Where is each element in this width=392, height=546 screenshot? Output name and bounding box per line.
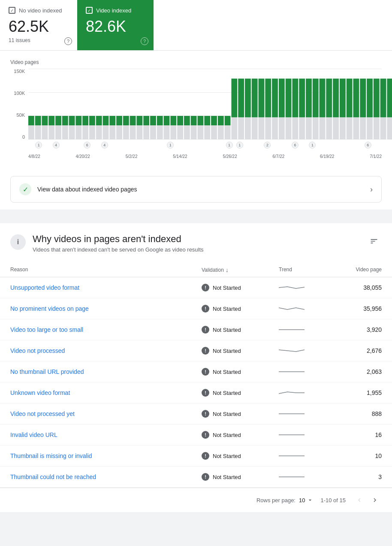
table-body: Unsupported video format ! Not Started 3… [0, 277, 392, 488]
table-row[interactable]: Video too large or too small ! Not Start… [0, 319, 392, 340]
not-indexed-help-icon[interactable]: ? [64, 37, 72, 45]
trend-sparkline [279, 283, 305, 292]
validation-status: Not Started [213, 348, 241, 354]
indexed-card: ✓ Video indexed 82.6K ? [77, 0, 154, 50]
table-row[interactable]: Unsupported video format ! Not Started 3… [0, 277, 392, 298]
trend-sparkline [279, 473, 305, 481]
pagination: Rows per page: 10 1-10 of 15 [0, 488, 392, 512]
bubble-indicator: 1 [236, 142, 243, 149]
x-label-6: 6/7/22 [273, 154, 285, 159]
trend-sparkline [279, 452, 305, 460]
next-page-icon [371, 496, 379, 504]
filter-icon-btn[interactable] [366, 234, 382, 249]
indexed-checkbox-icon: ✓ [86, 7, 93, 14]
validation-cell: ! Not Started [202, 347, 279, 355]
bubble-indicator: 4 [53, 142, 60, 149]
video-count: 10 [339, 452, 382, 459]
not-started-icon: ! [202, 431, 209, 439]
not-indexed-label: No video indexed [19, 7, 62, 14]
view-data-banner[interactable]: ✓ View data about indexed video pages › [10, 176, 382, 203]
trend-cell [279, 283, 339, 292]
trend-cell [279, 452, 339, 460]
trend-sparkline [279, 367, 305, 376]
prev-page-btn[interactable] [353, 493, 366, 507]
banner-arrow-icon: › [370, 185, 373, 194]
indexed-label: Video indexed [96, 7, 131, 14]
reason-text: Thumbnail is missing or invalid [10, 452, 202, 459]
bubble-indicator: 6 [292, 142, 299, 149]
trend-cell [279, 325, 339, 334]
col-video-page: Video page [339, 267, 382, 273]
not-indexed-card: ✓ No video indexed 62.5K 11 issues ? [0, 0, 77, 50]
page-info: 1-10 of 15 [320, 497, 346, 504]
table-row[interactable]: Video not processed yet ! Not Started 88… [0, 403, 392, 425]
table-row[interactable]: No prominent videos on page ! Not Starte… [0, 298, 392, 319]
x-label-8: 7/1/22 [370, 154, 382, 159]
bubble-indicator: 4 [101, 142, 108, 149]
next-page-btn[interactable] [368, 493, 382, 507]
x-axis-labels: 4/8/22 4/20/22 5/2/22 5/14/22 5/26/22 6/… [28, 154, 382, 159]
reason-text: Unsupported video format [10, 284, 202, 291]
prev-page-icon [356, 496, 363, 504]
x-label-1: 4/8/22 [28, 154, 40, 159]
banner-text: View data about indexed video pages [37, 186, 364, 193]
trend-sparkline [279, 304, 305, 313]
rows-per-page-value: 10 [299, 497, 305, 504]
not-indexed-issues: 11 issues [9, 37, 69, 43]
not-indexed-header: ✓ No video indexed [9, 7, 69, 14]
bubble-row: 14641112616 [28, 142, 382, 149]
validation-status: Not Started [213, 369, 241, 375]
trend-cell [279, 388, 339, 397]
col-reason: Reason [10, 267, 202, 273]
why-titles: Why videos in pages aren't indexed Video… [33, 234, 204, 253]
x-label-4: 5/14/22 [173, 154, 187, 159]
not-started-icon: ! [202, 473, 209, 481]
rows-dropdown-icon [307, 497, 314, 504]
reason-text: No prominent videos on page [10, 305, 202, 312]
bar-chart-canvas [28, 69, 392, 140]
table-row[interactable]: Thumbnail is missing or invalid ! Not St… [0, 446, 392, 467]
video-count: 2,676 [339, 347, 382, 354]
page-nav [353, 493, 382, 507]
validation-status: Not Started [213, 453, 241, 459]
reason-text: Unknown video format [10, 389, 202, 396]
validation-cell: ! Not Started [202, 410, 279, 418]
rows-select[interactable]: 10 [299, 497, 314, 504]
reason-text: Invalid video URL [10, 431, 202, 438]
reason-text: Video not processed yet [10, 410, 202, 417]
video-count: 3,920 [339, 326, 382, 333]
video-count: 35,956 [339, 305, 382, 312]
validation-cell: ! Not Started [202, 305, 279, 312]
table-container: Reason Validation ↓ Trend Video page Uns… [0, 263, 392, 488]
indexed-header: ✓ Video indexed [86, 7, 145, 14]
trend-sparkline [279, 346, 305, 355]
col-trend: Trend [279, 267, 339, 273]
y-label-50k: 50K [10, 112, 25, 118]
table-row[interactable]: Invalid video URL ! Not Started 16 [0, 425, 392, 446]
trend-cell [279, 304, 339, 313]
validation-cell: ! Not Started [202, 326, 279, 334]
info-icon: i [10, 234, 26, 250]
validation-status: Not Started [213, 327, 241, 333]
validation-cell: ! Not Started [202, 473, 279, 481]
rows-per-page-label: Rows per page: [256, 497, 296, 504]
why-header: i Why videos in pages aren't indexed Vid… [0, 223, 392, 253]
trend-sparkline [279, 431, 305, 439]
bubble-indicator: 6 [84, 142, 90, 149]
validation-status: Not Started [213, 474, 241, 480]
video-count: 16 [339, 431, 382, 438]
table-row[interactable]: Video not processed ! Not Started 2,676 [0, 340, 392, 361]
bubble-indicator: 1 [167, 142, 174, 149]
video-count: 1,955 [339, 389, 382, 396]
table-row[interactable]: Thumbnail could not be reached ! Not Sta… [0, 467, 392, 488]
stats-row: ✓ No video indexed 62.5K 11 issues ? ✓ V… [0, 0, 392, 51]
col-validation[interactable]: Validation ↓ [202, 267, 279, 273]
table-row[interactable]: No thumbnail URL provided ! Not Started … [0, 361, 392, 382]
validation-status: Not Started [213, 306, 241, 312]
col-validation-label: Validation [202, 267, 224, 273]
indexed-help-icon[interactable]: ? [141, 37, 148, 45]
chart-title: Video pages [10, 59, 382, 65]
video-count: 2,063 [339, 368, 382, 375]
table-row[interactable]: Unknown video format ! Not Started 1,955 [0, 382, 392, 403]
validation-cell: ! Not Started [202, 389, 279, 397]
